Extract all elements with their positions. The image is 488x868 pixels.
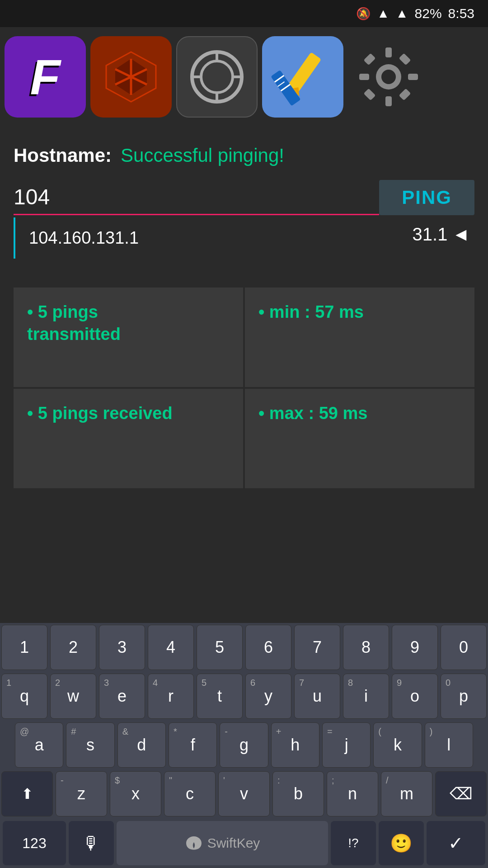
swiftkey-icon-svg	[185, 834, 203, 852]
app-icon-overwatch[interactable]	[176, 36, 258, 118]
stat-pings-received: • 5 pings received	[14, 389, 243, 488]
app-icon-settings[interactable]	[348, 36, 429, 118]
key-p[interactable]: 0p	[441, 674, 487, 719]
key-g[interactable]: -g	[220, 722, 268, 768]
key-u[interactable]: 7u	[294, 674, 340, 719]
hostname-row: Hostname: Successful pinging!	[14, 145, 474, 166]
keyboard-row-qwerty: 1q 2w 3e 4r 5t 6y 7u 8i 9o 0p	[0, 672, 488, 721]
key-num-toggle[interactable]: 123	[3, 821, 66, 865]
key-c[interactable]: "c	[164, 771, 216, 816]
key-m[interactable]: /m	[381, 771, 432, 816]
clock: 8:53	[448, 6, 474, 21]
svg-rect-22	[408, 74, 418, 80]
stat-min-ms: • min : 57 ms	[245, 288, 474, 387]
key-f[interactable]: *f	[169, 722, 217, 768]
key-b[interactable]: :b	[272, 771, 324, 816]
keyboard-number-row: 1 2 3 4 5 6 7 8 9 0	[0, 623, 488, 672]
stat-pings-received-text: • 5 pings received	[27, 402, 230, 425]
key-x[interactable]: $x	[110, 771, 161, 816]
key-shift[interactable]: ⬆	[1, 771, 53, 816]
key-s[interactable]: #s	[66, 722, 114, 768]
keyboard-row-asdf: @a #s &d *f -g +h =j (k )l	[0, 721, 488, 769]
svg-rect-21	[359, 74, 369, 80]
partial-address-arrow: ◄	[452, 224, 470, 245]
pencil-ruler-svg	[271, 45, 334, 108]
svg-rect-24	[364, 89, 376, 101]
key-z[interactable]: -z	[56, 771, 107, 816]
status-bar-right: 🔕 ▲ ▲ 82% 8:53	[356, 6, 474, 21]
stat-max-ms-text: • max : 59 ms	[258, 402, 461, 425]
key-l[interactable]: )l	[425, 722, 473, 768]
ping-button[interactable]: PING	[379, 180, 474, 215]
key-space[interactable]: SwiftKey	[117, 821, 328, 865]
swiftkey-logo: SwiftKey	[185, 834, 260, 852]
key-i[interactable]: 8i	[343, 674, 389, 719]
key-0[interactable]: 0	[441, 625, 487, 670]
emoji-icon: 🙂	[390, 833, 413, 854]
key-punctuation[interactable]: !?	[331, 821, 376, 865]
key-4[interactable]: 4	[148, 625, 194, 670]
app-icon-fortnite[interactable]: F	[5, 36, 86, 118]
key-r[interactable]: 4r	[148, 674, 194, 719]
autocomplete-item[interactable]: 104.160.131.1	[15, 217, 312, 259]
svg-rect-23	[364, 53, 376, 66]
key-t[interactable]: 5t	[197, 674, 243, 719]
key-3[interactable]: 3	[99, 625, 145, 670]
partial-address-text: 31.1	[413, 224, 448, 245]
stat-max-ms: • max : 59 ms	[245, 389, 474, 488]
battery-level: 82%	[415, 6, 442, 21]
mic-icon: 🎙	[82, 833, 100, 854]
app-icon-dota[interactable]	[90, 36, 172, 118]
key-n[interactable]: ;n	[327, 771, 378, 816]
overwatch-icon-svg	[188, 47, 246, 106]
key-v[interactable]: 'v	[218, 771, 270, 816]
key-8[interactable]: 8	[343, 625, 389, 670]
hostname-label: Hostname:	[14, 145, 112, 166]
keyboard-bottom-row: 123 🎙 SwiftKey !? 🙂 ✓	[0, 818, 488, 868]
key-k[interactable]: (k	[373, 722, 422, 768]
hostname-status: Successful pinging!	[121, 145, 284, 166]
stats-grid: • 5 pings transmitted • min : 57 ms • 5 …	[14, 288, 474, 488]
status-bar: 🔕 ▲ ▲ 82% 8:53	[0, 0, 488, 27]
key-5[interactable]: 5	[197, 625, 243, 670]
app-icons-row: F	[0, 27, 488, 127]
input-row: PING	[14, 180, 474, 215]
key-7[interactable]: 7	[294, 625, 340, 670]
signal-icon: ▲	[396, 6, 408, 21]
main-content: Hostname: Successful pinging! PING 104.1…	[0, 127, 488, 488]
key-y[interactable]: 6y	[245, 674, 291, 719]
key-emoji[interactable]: 🙂	[379, 821, 424, 865]
key-backspace[interactable]: ⌫	[435, 771, 487, 816]
key-o[interactable]: 9o	[392, 674, 438, 719]
key-enter[interactable]: ✓	[427, 821, 485, 865]
key-d[interactable]: &d	[117, 722, 166, 768]
svg-point-6	[201, 61, 233, 93]
autocomplete-dropdown: 104.160.131.1	[14, 217, 312, 259]
enter-icon: ✓	[448, 833, 464, 854]
app-icon-crossstitch[interactable]	[262, 36, 343, 118]
mute-icon: 🔕	[356, 7, 371, 21]
key-6[interactable]: 6	[245, 625, 291, 670]
key-microphone[interactable]: 🎙	[69, 821, 114, 865]
stat-pings-transmitted: • 5 pings transmitted	[14, 288, 243, 387]
svg-rect-20	[385, 96, 392, 106]
autocomplete-row: 104.160.131.1 31.1 ◄	[14, 215, 474, 260]
svg-point-18	[381, 70, 396, 84]
key-a[interactable]: @a	[15, 722, 63, 768]
key-1[interactable]: 1	[1, 625, 47, 670]
svg-rect-19	[385, 47, 392, 57]
key-2[interactable]: 2	[50, 625, 96, 670]
key-9[interactable]: 9	[392, 625, 438, 670]
key-e[interactable]: 3e	[99, 674, 145, 719]
hostname-input[interactable]	[14, 180, 379, 215]
key-h[interactable]: +h	[271, 722, 319, 768]
settings-gear-svg	[357, 45, 420, 108]
key-w[interactable]: 2w	[50, 674, 96, 719]
fortnite-logo-letter: F	[30, 48, 60, 106]
key-j[interactable]: =j	[322, 722, 371, 768]
key-q[interactable]: 1q	[1, 674, 47, 719]
dota-icon-svg	[102, 47, 160, 106]
stat-pings-transmitted-text: • 5 pings transmitted	[27, 301, 230, 346]
keyboard: 1 2 3 4 5 6 7 8 9 0 1q 2w 3e 4r 5t 6y 7u…	[0, 623, 488, 868]
keyboard-row-zxcv: ⬆ -z $x "c 'v :b ;n /m ⌫	[0, 769, 488, 818]
